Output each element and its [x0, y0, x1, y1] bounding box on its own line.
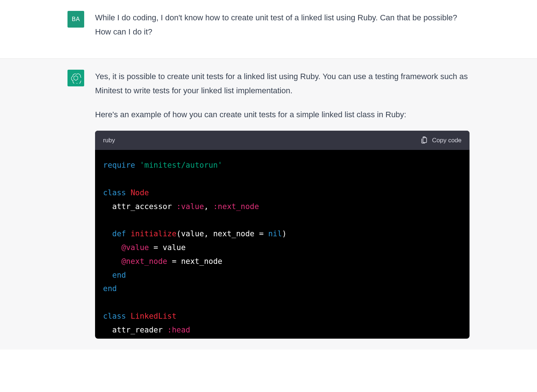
openai-logo-icon	[70, 73, 81, 83]
code-body[interactable]: require 'minitest/autorun' class Node at…	[95, 150, 470, 338]
clipboard-icon	[421, 136, 428, 144]
user-avatar: BA	[67, 11, 84, 28]
assistant-paragraph-2: Here's an example of how you can create …	[95, 108, 470, 122]
copy-code-button[interactable]: Copy code	[421, 135, 462, 146]
code-language-label: ruby	[103, 135, 115, 146]
assistant-message-row: Yes, it is possible to create unit tests…	[0, 59, 537, 350]
svg-rect-0	[423, 138, 426, 143]
code-block: ruby Copy code require 'minitest/autorun…	[95, 131, 470, 339]
assistant-paragraph-1: Yes, it is possible to create unit tests…	[95, 70, 470, 98]
assistant-avatar	[67, 70, 84, 86]
user-message-row: BA While I do coding, I don't know how t…	[0, 0, 537, 59]
copy-code-label: Copy code	[432, 135, 462, 146]
code-header: ruby Copy code	[95, 131, 470, 150]
user-message-content: While I do coding, I don't know how to c…	[95, 11, 470, 48]
user-message-text: While I do coding, I don't know how to c…	[95, 11, 470, 39]
user-avatar-initials: BA	[72, 16, 80, 23]
user-message-inner: BA While I do coding, I don't know how t…	[67, 11, 470, 48]
assistant-message-content: Yes, it is possible to create unit tests…	[95, 70, 470, 339]
assistant-message-inner: Yes, it is possible to create unit tests…	[67, 70, 470, 339]
